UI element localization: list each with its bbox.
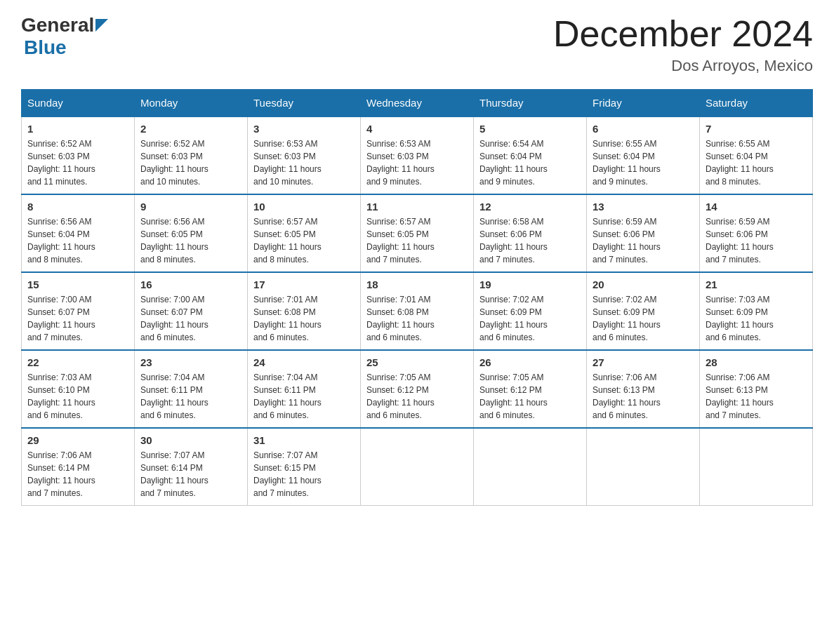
calendar-cell: 9Sunrise: 6:56 AM Sunset: 6:05 PM Daylig… bbox=[135, 194, 248, 272]
calendar-cell: 26Sunrise: 7:05 AM Sunset: 6:12 PM Dayli… bbox=[474, 350, 587, 428]
calendar-week-row: 22Sunrise: 7:03 AM Sunset: 6:10 PM Dayli… bbox=[22, 350, 813, 428]
calendar-cell: 11Sunrise: 6:57 AM Sunset: 6:05 PM Dayli… bbox=[361, 194, 474, 272]
day-info: Sunrise: 6:56 AM Sunset: 6:05 PM Dayligh… bbox=[140, 215, 241, 266]
calendar-cell: 3Sunrise: 6:53 AM Sunset: 6:03 PM Daylig… bbox=[248, 116, 361, 194]
calendar-title-area: December 2024 Dos Arroyos, Mexico bbox=[553, 14, 813, 75]
day-info: Sunrise: 7:03 AM Sunset: 6:10 PM Dayligh… bbox=[27, 371, 128, 422]
calendar-header: Sunday Monday Tuesday Wednesday Thursday… bbox=[22, 90, 813, 117]
calendar-cell bbox=[587, 428, 700, 506]
days-of-week-row: Sunday Monday Tuesday Wednesday Thursday… bbox=[22, 90, 813, 117]
calendar-week-row: 15Sunrise: 7:00 AM Sunset: 6:07 PM Dayli… bbox=[22, 272, 813, 350]
day-number: 2 bbox=[140, 123, 241, 135]
logo-blue-text: Blue bbox=[24, 36, 67, 58]
day-number: 5 bbox=[479, 123, 581, 135]
calendar-cell bbox=[361, 428, 474, 506]
day-info: Sunrise: 6:57 AM Sunset: 6:05 PM Dayligh… bbox=[366, 215, 468, 266]
day-info: Sunrise: 6:52 AM Sunset: 6:03 PM Dayligh… bbox=[27, 137, 128, 188]
day-number: 24 bbox=[253, 356, 355, 368]
day-number: 1 bbox=[27, 123, 128, 135]
day-info: Sunrise: 7:01 AM Sunset: 6:08 PM Dayligh… bbox=[366, 293, 468, 344]
day-info: Sunrise: 6:59 AM Sunset: 6:06 PM Dayligh… bbox=[706, 215, 807, 266]
day-number: 30 bbox=[140, 434, 241, 446]
header-saturday: Saturday bbox=[700, 90, 813, 117]
day-number: 3 bbox=[253, 123, 355, 135]
day-number: 10 bbox=[253, 201, 355, 213]
calendar-cell bbox=[700, 428, 813, 506]
calendar-cell: 13Sunrise: 6:59 AM Sunset: 6:06 PM Dayli… bbox=[587, 194, 700, 272]
day-number: 4 bbox=[366, 123, 468, 135]
day-info: Sunrise: 6:59 AM Sunset: 6:06 PM Dayligh… bbox=[593, 215, 694, 266]
header-monday: Monday bbox=[135, 90, 248, 117]
day-info: Sunrise: 7:07 AM Sunset: 6:14 PM Dayligh… bbox=[140, 449, 241, 499]
day-number: 16 bbox=[140, 279, 241, 290]
day-info: Sunrise: 6:53 AM Sunset: 6:03 PM Dayligh… bbox=[366, 137, 468, 188]
day-number: 22 bbox=[27, 356, 128, 368]
calendar-cell: 1Sunrise: 6:52 AM Sunset: 6:03 PM Daylig… bbox=[22, 116, 135, 194]
calendar-cell: 15Sunrise: 7:00 AM Sunset: 6:07 PM Dayli… bbox=[22, 272, 135, 350]
day-number: 13 bbox=[593, 201, 694, 213]
header-sunday: Sunday bbox=[22, 90, 135, 117]
day-info: Sunrise: 7:05 AM Sunset: 6:12 PM Dayligh… bbox=[479, 371, 581, 422]
calendar-week-row: 29Sunrise: 7:06 AM Sunset: 6:14 PM Dayli… bbox=[22, 428, 813, 506]
day-info: Sunrise: 7:06 AM Sunset: 6:14 PM Dayligh… bbox=[27, 449, 128, 499]
calendar-cell: 5Sunrise: 6:54 AM Sunset: 6:04 PM Daylig… bbox=[474, 116, 587, 194]
day-number: 17 bbox=[253, 279, 355, 290]
day-info: Sunrise: 7:03 AM Sunset: 6:09 PM Dayligh… bbox=[706, 293, 807, 344]
calendar-cell: 24Sunrise: 7:04 AM Sunset: 6:11 PM Dayli… bbox=[248, 350, 361, 428]
header-friday: Friday bbox=[587, 90, 700, 117]
calendar-cell: 16Sunrise: 7:00 AM Sunset: 6:07 PM Dayli… bbox=[135, 272, 248, 350]
day-number: 18 bbox=[366, 279, 468, 290]
calendar-week-row: 8Sunrise: 6:56 AM Sunset: 6:04 PM Daylig… bbox=[22, 194, 813, 272]
calendar-cell: 28Sunrise: 7:06 AM Sunset: 6:13 PM Dayli… bbox=[700, 350, 813, 428]
day-number: 29 bbox=[27, 434, 128, 446]
logo: General Blue bbox=[21, 14, 108, 59]
day-info: Sunrise: 7:00 AM Sunset: 6:07 PM Dayligh… bbox=[140, 293, 241, 344]
calendar-cell: 17Sunrise: 7:01 AM Sunset: 6:08 PM Dayli… bbox=[248, 272, 361, 350]
calendar-cell: 8Sunrise: 6:56 AM Sunset: 6:04 PM Daylig… bbox=[22, 194, 135, 272]
day-number: 23 bbox=[140, 356, 241, 368]
header-wednesday: Wednesday bbox=[361, 90, 474, 117]
day-number: 12 bbox=[479, 201, 581, 213]
day-info: Sunrise: 6:58 AM Sunset: 6:06 PM Dayligh… bbox=[479, 215, 581, 266]
day-info: Sunrise: 7:04 AM Sunset: 6:11 PM Dayligh… bbox=[140, 371, 241, 422]
calendar-cell: 19Sunrise: 7:02 AM Sunset: 6:09 PM Dayli… bbox=[474, 272, 587, 350]
day-info: Sunrise: 7:05 AM Sunset: 6:12 PM Dayligh… bbox=[366, 371, 468, 422]
day-info: Sunrise: 7:04 AM Sunset: 6:11 PM Dayligh… bbox=[253, 371, 355, 422]
day-number: 11 bbox=[366, 201, 468, 213]
page-header: General Blue December 2024 Dos Arroyos, … bbox=[21, 14, 813, 75]
day-number: 25 bbox=[366, 356, 468, 368]
day-info: Sunrise: 7:07 AM Sunset: 6:15 PM Dayligh… bbox=[253, 449, 355, 499]
day-info: Sunrise: 7:06 AM Sunset: 6:13 PM Dayligh… bbox=[706, 371, 807, 422]
day-info: Sunrise: 6:55 AM Sunset: 6:04 PM Dayligh… bbox=[706, 137, 807, 188]
calendar-cell: 2Sunrise: 6:52 AM Sunset: 6:03 PM Daylig… bbox=[135, 116, 248, 194]
day-info: Sunrise: 7:01 AM Sunset: 6:08 PM Dayligh… bbox=[253, 293, 355, 344]
svg-marker-0 bbox=[95, 19, 108, 32]
day-info: Sunrise: 6:52 AM Sunset: 6:03 PM Dayligh… bbox=[140, 137, 241, 188]
day-info: Sunrise: 7:00 AM Sunset: 6:07 PM Dayligh… bbox=[27, 293, 128, 344]
calendar-week-row: 1Sunrise: 6:52 AM Sunset: 6:03 PM Daylig… bbox=[22, 116, 813, 194]
day-info: Sunrise: 6:57 AM Sunset: 6:05 PM Dayligh… bbox=[253, 215, 355, 266]
day-number: 21 bbox=[706, 279, 807, 290]
calendar-cell: 30Sunrise: 7:07 AM Sunset: 6:14 PM Dayli… bbox=[135, 428, 248, 506]
day-number: 14 bbox=[706, 201, 807, 213]
calendar-cell: 12Sunrise: 6:58 AM Sunset: 6:06 PM Dayli… bbox=[474, 194, 587, 272]
calendar-cell: 10Sunrise: 6:57 AM Sunset: 6:05 PM Dayli… bbox=[248, 194, 361, 272]
calendar-table: Sunday Monday Tuesday Wednesday Thursday… bbox=[21, 89, 813, 506]
day-number: 19 bbox=[479, 279, 581, 290]
calendar-cell: 14Sunrise: 6:59 AM Sunset: 6:06 PM Dayli… bbox=[700, 194, 813, 272]
day-info: Sunrise: 7:02 AM Sunset: 6:09 PM Dayligh… bbox=[593, 293, 694, 344]
calendar-cell: 20Sunrise: 7:02 AM Sunset: 6:09 PM Dayli… bbox=[587, 272, 700, 350]
day-number: 26 bbox=[479, 356, 581, 368]
calendar-cell: 18Sunrise: 7:01 AM Sunset: 6:08 PM Dayli… bbox=[361, 272, 474, 350]
calendar-cell: 6Sunrise: 6:55 AM Sunset: 6:04 PM Daylig… bbox=[587, 116, 700, 194]
day-number: 7 bbox=[706, 123, 807, 135]
location-subtitle: Dos Arroyos, Mexico bbox=[553, 57, 813, 75]
calendar-cell: 27Sunrise: 7:06 AM Sunset: 6:13 PM Dayli… bbox=[587, 350, 700, 428]
day-number: 31 bbox=[253, 434, 355, 446]
day-info: Sunrise: 6:53 AM Sunset: 6:03 PM Dayligh… bbox=[253, 137, 355, 188]
month-year-title: December 2024 bbox=[553, 14, 813, 54]
calendar-cell bbox=[474, 428, 587, 506]
calendar-cell: 31Sunrise: 7:07 AM Sunset: 6:15 PM Dayli… bbox=[248, 428, 361, 506]
day-info: Sunrise: 6:54 AM Sunset: 6:04 PM Dayligh… bbox=[479, 137, 581, 188]
day-number: 27 bbox=[593, 356, 694, 368]
